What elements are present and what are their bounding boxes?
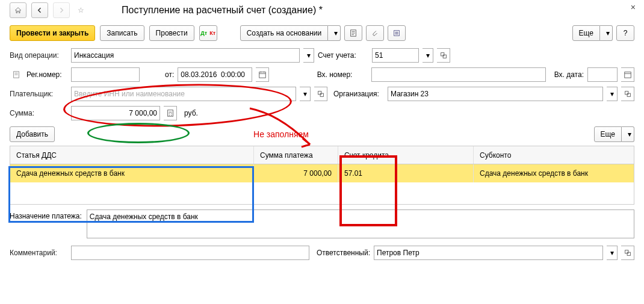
back-button[interactable]	[31, 2, 48, 18]
in-no-label: Вх. номер:	[317, 70, 368, 79]
svg-rect-12	[625, 250, 628, 253]
in-date-field[interactable]	[587, 67, 618, 82]
print-button[interactable]	[344, 25, 362, 41]
in-date-picker[interactable]	[621, 67, 634, 82]
more-dropdown[interactable]: ▾	[600, 25, 613, 41]
in-date-label: Вх. дата:	[554, 70, 584, 79]
svg-rect-3	[443, 55, 446, 58]
payer-label: Плательщик:	[10, 90, 67, 98]
help-button[interactable]: ?	[616, 25, 634, 41]
post-and-close-button[interactable]: Провести и закрыть	[10, 25, 95, 41]
amount-calc[interactable]	[164, 106, 177, 120]
attach-button[interactable]	[366, 25, 384, 41]
main-toolbar: Провести и закрыть Записать Провести ДтК…	[0, 20, 644, 46]
account-open[interactable]	[437, 48, 450, 63]
svg-rect-2	[441, 53, 444, 56]
table-toolbar: Добавить Не заполняем Еще ▾	[0, 123, 644, 146]
account-label: Счет учета:	[318, 51, 368, 60]
more-button[interactable]: Еще ▾	[572, 25, 613, 41]
bottom-row: Комментарий: Ответственный: ▾	[0, 243, 644, 262]
form-area: Вид операции: ▾ Счет учета: ▾ Рег.номер:…	[0, 46, 644, 123]
th-dds[interactable]: Статья ДДС	[10, 146, 254, 164]
svg-rect-8	[320, 93, 323, 96]
payer-field[interactable]	[71, 87, 296, 101]
account-dropdown[interactable]: ▾	[423, 48, 433, 63]
purpose-field[interactable]	[87, 209, 634, 238]
th-sum[interactable]: Сумма платежа	[254, 146, 338, 164]
account-field[interactable]	[372, 48, 419, 63]
table-blank	[10, 182, 634, 204]
dds-table: Статья ДДС Сумма платежа Счет кредита Су…	[10, 146, 634, 205]
svg-rect-7	[318, 92, 321, 95]
th-sub[interactable]: Субконто	[474, 146, 634, 164]
svg-rect-13	[627, 252, 630, 255]
comment-label: Комментарий:	[10, 249, 67, 257]
amount-field[interactable]	[71, 106, 160, 120]
amount-label: Сумма:	[10, 109, 67, 117]
payer-open[interactable]	[314, 87, 327, 101]
from-label: от:	[165, 70, 174, 79]
responsible-open[interactable]	[621, 246, 634, 260]
list-button[interactable]	[388, 25, 406, 41]
svg-rect-5	[259, 72, 266, 78]
page-title: Поступление на расчетный счет (создание)…	[122, 5, 323, 16]
table-row[interactable]: Сдача денежных средств в банк 7 000,00 5…	[10, 164, 634, 182]
add-row-button[interactable]: Добавить	[10, 126, 55, 142]
create-based-dropdown[interactable]: ▾	[328, 25, 341, 41]
svg-rect-9	[625, 92, 628, 95]
responsible-label: Ответственный:	[317, 249, 370, 257]
purpose-label: Назначение платежа:	[10, 209, 82, 238]
comment-field[interactable]	[71, 246, 309, 260]
reg-no-label: Рег.номер:	[26, 70, 67, 79]
top-navbar: ☆ Поступление на расчетный счет (создани…	[0, 0, 644, 20]
doc-icon	[10, 70, 23, 79]
purpose-row: Назначение платежа:	[0, 205, 644, 243]
payer-dropdown[interactable]: ▾	[300, 87, 311, 101]
in-no-field[interactable]	[371, 67, 546, 82]
forward-button[interactable]	[53, 2, 70, 18]
date-field[interactable]	[178, 67, 252, 82]
responsible-dropdown[interactable]: ▾	[607, 246, 618, 260]
td-sub[interactable]: Сдача денежных средств в банк	[474, 164, 634, 182]
org-dropdown[interactable]: ▾	[607, 87, 618, 101]
create-based-on-button[interactable]: Создать на основании ▾	[240, 25, 341, 41]
favorite-icon[interactable]: ☆	[75, 2, 87, 18]
table-more-button[interactable]: Еще ▾	[594, 126, 634, 142]
annotation-no-fill: Не заполняем	[253, 129, 309, 139]
op-type-label: Вид операции:	[10, 51, 67, 60]
dt-kt-button[interactable]: ДтКт	[199, 25, 217, 41]
responsible-field[interactable]	[374, 246, 603, 260]
td-dds[interactable]: Сдача денежных средств в банк	[10, 164, 254, 182]
op-type-dropdown[interactable]: ▾	[303, 48, 314, 63]
th-credit[interactable]: Счет кредита	[338, 146, 474, 164]
org-label: Организация:	[333, 90, 384, 98]
td-sum[interactable]: 7 000,00	[254, 164, 338, 182]
close-button[interactable]: ×	[631, 2, 636, 12]
td-credit[interactable]: 57.01	[338, 164, 474, 182]
save-button[interactable]: Записать	[100, 25, 144, 41]
org-field[interactable]	[388, 87, 603, 101]
date-picker[interactable]	[256, 67, 269, 82]
post-button[interactable]: Провести	[149, 25, 194, 41]
home-button[interactable]	[10, 2, 26, 18]
org-open[interactable]	[621, 87, 634, 101]
svg-rect-6	[624, 72, 631, 78]
reg-no-field[interactable]	[71, 67, 140, 82]
svg-rect-11	[167, 110, 173, 117]
currency-label: руб.	[184, 109, 198, 117]
svg-rect-10	[627, 93, 630, 96]
op-type-field[interactable]	[71, 48, 300, 63]
